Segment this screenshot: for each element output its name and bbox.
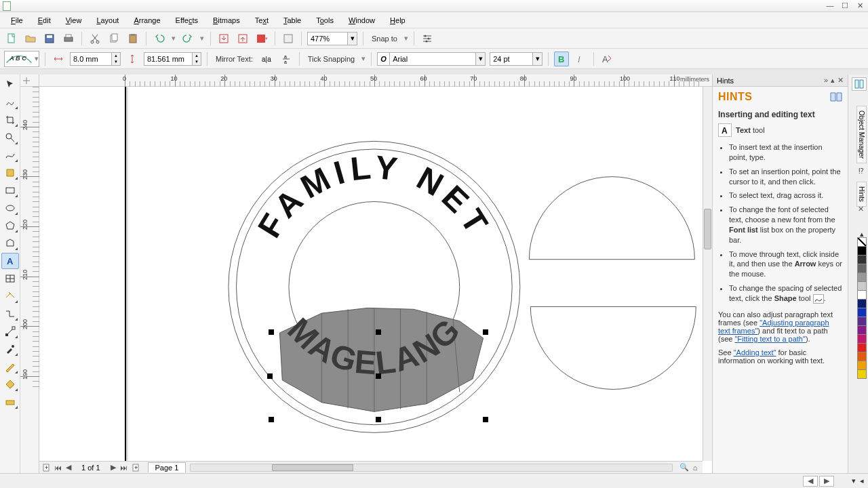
first-page-button[interactable]: ⏮ (53, 463, 62, 472)
spin-up[interactable]: ▲ (193, 53, 201, 59)
font-size-input[interactable] (490, 52, 533, 66)
maximize-button[interactable]: ☐ (840, 1, 850, 10)
tool-eyedropper[interactable] (1, 341, 19, 357)
zoom-input[interactable] (307, 32, 348, 45)
menu-file[interactable]: File (4, 14, 30, 26)
color-swatch[interactable] (857, 264, 867, 273)
navigator-button[interactable]: ⌂ (690, 463, 700, 472)
canvas-viewport[interactable]: FAMILY NET MAGELANG (39, 87, 703, 461)
dock-tab-hints[interactable]: Hints (856, 182, 867, 207)
tool-interactive-fill[interactable] (1, 394, 19, 410)
spin-down[interactable]: ▼ (193, 59, 201, 65)
color-swatch[interactable] (857, 325, 867, 335)
offset-y-input[interactable] (144, 52, 193, 66)
selection-handle[interactable] (376, 417, 381, 422)
new-button[interactable] (4, 31, 19, 46)
palette-scroll-down[interactable]: ▾ (852, 476, 856, 485)
color-swatch[interactable] (857, 255, 867, 264)
color-swatch[interactable] (857, 343, 867, 352)
color-swatch[interactable] (857, 308, 867, 317)
panel-rollup-button[interactable]: ▴ (831, 76, 835, 85)
tool-interactive[interactable] (1, 323, 19, 340)
color-swatch[interactable] (857, 369, 867, 379)
next-page-button[interactable]: ▶ (108, 463, 118, 472)
palette-scroll-up[interactable]: ▴ (857, 230, 867, 237)
menu-edit[interactable]: Edit (31, 14, 58, 26)
menu-text[interactable]: Text (248, 14, 275, 26)
palette-flyout-button[interactable]: ◂ (860, 476, 864, 485)
import-button[interactable] (216, 31, 231, 46)
italic-button[interactable]: I (573, 52, 588, 66)
ruler-vertical[interactable]: 190200210220230240 (20, 87, 39, 473)
spin-down[interactable]: ▼ (112, 59, 120, 65)
last-page-button[interactable]: ⏭ (119, 463, 129, 472)
add-page-after-button[interactable]: + (130, 463, 140, 472)
tool-crop[interactable] (1, 112, 19, 128)
redo-button[interactable] (180, 31, 195, 46)
drawing[interactable]: FAMILY NET MAGELANG (39, 87, 703, 461)
tool-shape[interactable] (1, 94, 19, 110)
color-swatch[interactable] (857, 272, 867, 282)
app-launcher-button[interactable] (281, 31, 296, 46)
tool-basic-shapes[interactable] (1, 235, 19, 251)
hint-back-button[interactable]: ◀ (803, 476, 818, 487)
tool-outline[interactable] (1, 359, 19, 375)
color-swatch[interactable] (857, 299, 867, 308)
color-swatch[interactable] (857, 317, 867, 326)
tool-table[interactable] (1, 270, 19, 287)
tool-polygon[interactable] (1, 218, 19, 234)
font-size-dropdown[interactable]: ▾ (533, 52, 542, 66)
close-button[interactable]: ✕ (854, 1, 865, 10)
character-formatting-button[interactable]: A (599, 52, 614, 66)
hints-book-icon[interactable] (830, 92, 842, 102)
font-size-combo[interactable]: ▾ (490, 52, 542, 66)
tool-smartfill[interactable] (1, 165, 19, 181)
publish-pdf-button[interactable]: ▾ (254, 31, 269, 46)
selection-handle[interactable] (267, 373, 273, 379)
minimize-button[interactable]: — (825, 1, 835, 10)
zoom-combo[interactable]: ▾ (307, 32, 357, 45)
color-swatch[interactable] (857, 281, 867, 291)
hints-titlebar[interactable]: Hints » ▴ ✕ (713, 75, 848, 87)
options-button[interactable] (420, 31, 435, 46)
color-swatch[interactable] (857, 237, 867, 247)
ruler-origin[interactable] (20, 75, 39, 87)
dock-button[interactable] (852, 77, 867, 91)
offset-x-field[interactable]: ▲▼ (70, 52, 121, 66)
selection-handle[interactable] (483, 417, 488, 422)
tool-connector[interactable] (1, 306, 19, 322)
link-fit-text-path[interactable]: "Fitting text to a path" (734, 335, 805, 343)
ruler-horizontal[interactable]: millimeters 1020304050607080901001100 (39, 75, 712, 87)
help-cursor-icon[interactable]: ⁉ (859, 167, 864, 176)
menu-effects[interactable]: Effects (169, 14, 205, 26)
menu-table[interactable]: Table (277, 14, 308, 26)
offset-x-input[interactable] (70, 52, 112, 66)
save-button[interactable] (42, 31, 57, 46)
selection-handle[interactable] (483, 329, 488, 335)
cut-button[interactable] (87, 31, 102, 46)
color-swatch[interactable] (857, 352, 867, 361)
tick-snapping-dropdown[interactable]: ▾ (361, 54, 366, 63)
dock-tab-object-manager[interactable]: Object Manager (856, 106, 867, 163)
font-dropdown[interactable]: ▾ (476, 52, 486, 66)
scrollbar-vertical[interactable] (703, 87, 712, 461)
menu-layout[interactable]: Layout (90, 14, 125, 26)
zoom-dropdown[interactable]: ▾ (348, 32, 357, 45)
open-button[interactable] (23, 31, 38, 46)
scroll-thumb[interactable] (704, 209, 711, 249)
tool-zoom[interactable] (1, 129, 19, 146)
path-preset-combo[interactable]: A B C ▾ (4, 51, 39, 67)
add-page-before-button[interactable]: + (42, 463, 52, 472)
undo-dropdown[interactable]: ▾ (171, 34, 176, 43)
scroll-thumb[interactable] (272, 464, 353, 471)
tool-dimension[interactable] (1, 288, 19, 304)
export-button[interactable] (235, 31, 250, 46)
copy-button[interactable] (106, 31, 121, 46)
color-swatch[interactable] (857, 290, 867, 300)
bold-button[interactable]: B (554, 52, 569, 66)
paste-button[interactable] (125, 31, 140, 46)
selection-handle[interactable] (376, 329, 381, 335)
color-swatch[interactable] (857, 334, 867, 344)
undo-button[interactable] (152, 31, 167, 46)
zoom-tool-button[interactable]: 🔍 (679, 463, 689, 472)
